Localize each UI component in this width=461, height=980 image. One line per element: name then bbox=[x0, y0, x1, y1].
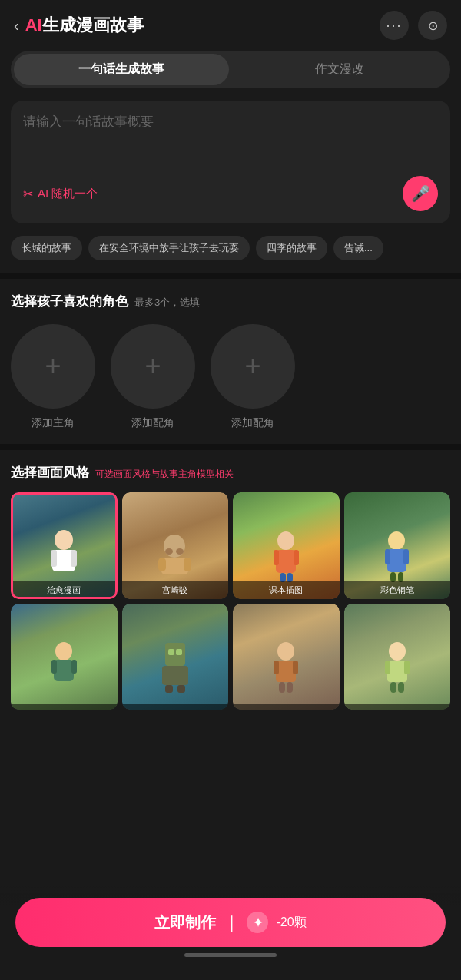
style-note: 可选画面风格与故事主角模型相关 bbox=[95, 468, 234, 481]
input-bottom: ✂ AI 随机一个 🎤 bbox=[23, 176, 438, 211]
ai-random-button[interactable]: ✂ AI 随机一个 bbox=[23, 187, 98, 201]
svg-rect-8 bbox=[158, 558, 166, 571]
svg-rect-43 bbox=[398, 682, 404, 693]
style-section: 选择画面风格 可选画面风格与故事主角模型相关 治愈漫画 bbox=[0, 450, 461, 728]
section-divider bbox=[0, 444, 461, 450]
mic-icon: 🎤 bbox=[411, 184, 430, 203]
svg-point-10 bbox=[277, 531, 294, 550]
style-label: 宫崎骏 bbox=[122, 581, 229, 599]
svg-rect-12 bbox=[274, 550, 279, 565]
cta-label: 立即制作 bbox=[154, 912, 216, 933]
tab-essay[interactable]: 作文漫改 bbox=[232, 54, 447, 85]
camera-button[interactable]: ⊙ bbox=[418, 11, 447, 40]
style-item-7[interactable] bbox=[233, 604, 340, 710]
plus-icon: + bbox=[144, 350, 161, 382]
characters-title: 选择孩子喜欢的角色 bbox=[11, 293, 128, 310]
svg-rect-29 bbox=[162, 666, 188, 685]
style-item-5[interactable] bbox=[11, 604, 118, 710]
svg-point-38 bbox=[389, 642, 406, 661]
style-label: 彩色钢笔 bbox=[344, 581, 451, 599]
more-button[interactable]: ··· bbox=[380, 11, 409, 40]
add-side1-circle[interactable]: + bbox=[111, 324, 195, 409]
style-label bbox=[122, 704, 229, 710]
cta-star-icon: ✦ bbox=[247, 912, 268, 933]
home-indicator bbox=[184, 953, 277, 957]
style-label bbox=[11, 704, 118, 710]
back-button[interactable]: ‹ bbox=[14, 17, 19, 35]
svg-rect-34 bbox=[274, 661, 279, 674]
header-right: ··· ⊙ bbox=[380, 11, 447, 40]
svg-rect-24 bbox=[51, 660, 57, 674]
tag-item[interactable]: 在安全环境中放手让孩子去玩耍 bbox=[88, 236, 250, 260]
camera-icon: ⊙ bbox=[428, 18, 438, 33]
bottom-bar: 立即制作 ｜ ✦ -20颗 bbox=[0, 886, 461, 980]
style-label: 课本插图 bbox=[233, 581, 340, 599]
input-section: ✂ AI 随机一个 🎤 bbox=[11, 101, 450, 223]
svg-rect-26 bbox=[165, 643, 185, 666]
svg-rect-37 bbox=[287, 682, 293, 693]
svg-rect-36 bbox=[279, 682, 285, 693]
characters-row: + 添加主角 + 添加配角 + 添加配角 bbox=[11, 324, 450, 430]
character-slot-side1[interactable]: + 添加配角 bbox=[111, 324, 195, 430]
svg-rect-1 bbox=[52, 550, 75, 571]
style-item-healing[interactable]: 治愈漫画 bbox=[11, 492, 118, 599]
style-item-colorpen[interactable]: 彩色钢笔 bbox=[344, 492, 451, 599]
tab-one-sentence[interactable]: 一句话生成故事 bbox=[14, 54, 229, 85]
svg-rect-30 bbox=[165, 685, 173, 693]
style-item-8[interactable] bbox=[344, 604, 451, 710]
character-slot-label: 添加配角 bbox=[231, 416, 274, 430]
svg-point-0 bbox=[55, 530, 73, 550]
svg-rect-3 bbox=[71, 550, 77, 567]
tab-bar: 一句话生成故事 作文漫改 bbox=[11, 51, 450, 88]
style-item-miyazaki[interactable]: 宫崎骏 bbox=[122, 492, 229, 599]
add-main-circle[interactable]: + bbox=[11, 324, 95, 409]
character-slot-label: 添加配角 bbox=[131, 416, 174, 430]
wand-icon: ✂ bbox=[23, 187, 33, 201]
svg-rect-2 bbox=[51, 550, 57, 567]
tag-item[interactable]: 告诫... bbox=[333, 236, 383, 260]
style-item-6[interactable] bbox=[122, 604, 229, 710]
svg-rect-9 bbox=[184, 558, 191, 571]
svg-point-22 bbox=[55, 642, 72, 661]
svg-rect-31 bbox=[177, 685, 185, 693]
style-item-textbook[interactable]: 课本插图 bbox=[233, 492, 340, 599]
cta-separator: ｜ bbox=[224, 912, 239, 933]
tag-item[interactable]: 四季的故事 bbox=[256, 236, 327, 260]
plus-icon: + bbox=[45, 350, 61, 382]
svg-point-6 bbox=[176, 548, 184, 555]
character-slot-label: 添加主角 bbox=[32, 416, 75, 430]
plus-icon: + bbox=[244, 350, 260, 382]
style-label bbox=[344, 704, 451, 710]
svg-rect-19 bbox=[403, 549, 409, 564]
svg-rect-25 bbox=[71, 660, 77, 674]
suggestion-tags: 长城的故事 在安全环境中放手让孩子去玩耍 四季的故事 告诫... bbox=[11, 236, 450, 260]
svg-rect-42 bbox=[390, 682, 396, 693]
tag-item[interactable]: 长城的故事 bbox=[11, 236, 82, 260]
bottom-spacer bbox=[0, 728, 461, 820]
page-title: AI生成漫画故事 bbox=[25, 14, 144, 37]
svg-rect-40 bbox=[385, 661, 390, 674]
svg-rect-35 bbox=[293, 661, 298, 674]
style-label: 治愈漫画 bbox=[11, 581, 118, 599]
svg-rect-28 bbox=[176, 649, 182, 655]
svg-rect-18 bbox=[385, 549, 390, 564]
svg-rect-27 bbox=[168, 649, 174, 655]
mic-button[interactable]: 🎤 bbox=[403, 176, 438, 211]
svg-point-32 bbox=[277, 642, 294, 661]
character-slot-side2[interactable]: + 添加配角 bbox=[211, 324, 295, 430]
add-side2-circle[interactable]: + bbox=[211, 324, 295, 409]
style-label bbox=[233, 704, 340, 710]
story-input[interactable] bbox=[23, 113, 438, 167]
characters-subtitle: 最多3个，选填 bbox=[134, 296, 200, 310]
create-button[interactable]: 立即制作 ｜ ✦ -20颗 bbox=[15, 898, 446, 947]
svg-rect-41 bbox=[404, 661, 410, 674]
character-slot-main[interactable]: + 添加主角 bbox=[11, 324, 95, 430]
svg-point-16 bbox=[388, 531, 405, 550]
section-divider bbox=[0, 273, 461, 279]
svg-point-4 bbox=[164, 535, 185, 558]
style-title: 选择画面风格 bbox=[11, 464, 89, 482]
more-icon: ··· bbox=[386, 18, 402, 34]
svg-point-5 bbox=[165, 548, 173, 555]
style-grid: 治愈漫画 宫崎骏 bbox=[11, 492, 450, 710]
cta-cost: -20颗 bbox=[276, 915, 306, 931]
